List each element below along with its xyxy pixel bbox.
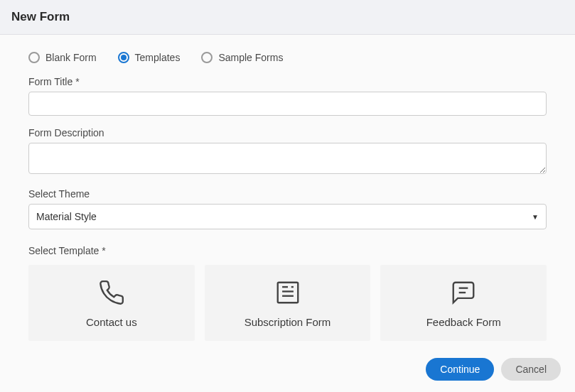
form-type-radio-group: Blank Form Templates Sample Forms — [28, 52, 547, 63]
radio-label: Sample Forms — [218, 52, 283, 63]
message-icon — [450, 279, 477, 306]
select-template-group: Select Template * Contact us Subscriptio… — [28, 245, 547, 341]
radio-icon — [201, 52, 213, 63]
radio-templates[interactable]: Templates — [118, 52, 181, 63]
label-text: Select Template — [28, 245, 102, 256]
form-title-label: Form Title * — [28, 76, 547, 87]
cancel-button[interactable]: Cancel — [501, 358, 561, 381]
select-theme-label: Select Theme — [28, 188, 547, 200]
form-title-group: Form Title * — [28, 76, 547, 116]
required-asterisk: * — [75, 76, 79, 87]
label-text: Form Title — [28, 76, 75, 87]
template-card-subscription[interactable]: Subscription Form — [205, 265, 371, 341]
required-asterisk: * — [102, 245, 105, 256]
select-theme-value: Material Style — [36, 211, 97, 222]
newspaper-icon — [274, 279, 301, 306]
form-description-input[interactable] — [28, 143, 547, 174]
form-title-input[interactable] — [28, 92, 547, 116]
template-grid: Contact us Subscription Form Feedback Fo… — [28, 265, 547, 341]
radio-icon — [118, 52, 129, 63]
dialog-header: New Form — [0, 0, 575, 35]
dialog-title: New Form — [11, 10, 564, 24]
radio-sample-forms[interactable]: Sample Forms — [201, 52, 283, 63]
template-name: Feedback Form — [426, 316, 501, 328]
chevron-down-icon: ▼ — [532, 213, 539, 221]
phone-icon — [98, 279, 125, 306]
continue-button[interactable]: Continue — [426, 358, 494, 381]
radio-label: Blank Form — [45, 52, 97, 63]
template-card-feedback[interactable]: Feedback Form — [380, 265, 547, 341]
select-theme-dropdown[interactable]: Material Style ▼ — [28, 204, 547, 229]
radio-icon — [28, 52, 40, 63]
radio-label: Templates — [135, 52, 181, 63]
svg-rect-0 — [277, 283, 298, 303]
radio-blank-form[interactable]: Blank Form — [28, 52, 97, 63]
form-description-group: Form Description — [28, 127, 547, 177]
select-template-label: Select Template * — [28, 245, 547, 256]
form-description-label: Form Description — [28, 127, 547, 138]
dialog-content: Blank Form Templates Sample Forms Form T… — [0, 35, 575, 349]
template-card-contact[interactable]: Contact us — [28, 265, 195, 341]
template-name: Subscription Form — [244, 316, 331, 328]
dialog-footer: Continue Cancel — [0, 349, 575, 388]
template-name: Contact us — [86, 316, 137, 328]
select-theme-group: Select Theme Material Style ▼ — [28, 188, 547, 229]
